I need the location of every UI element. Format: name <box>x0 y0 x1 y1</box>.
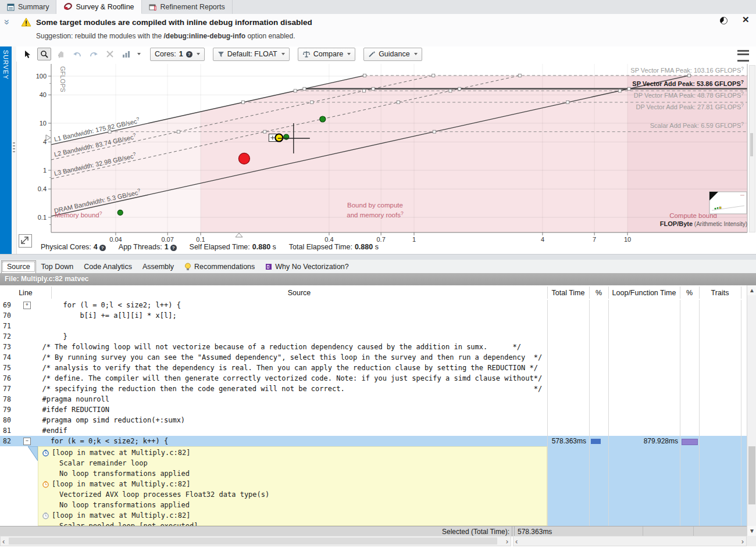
compute-roof-label: SP Vector Add Peak: 53.86 GFLOPS? <box>632 79 744 87</box>
scroll-left-icon2[interactable]: ‹ <box>515 537 518 546</box>
roof-intersection-marker <box>242 101 245 104</box>
roofline-footer: Physical Cores:4? App Threads:1? Self El… <box>41 242 379 252</box>
tab-source[interactable]: Source <box>1 260 36 273</box>
tab-refinement-reports[interactable]: Refinement Reports <box>142 0 233 14</box>
scroll-right-icon[interactable]: › <box>506 537 508 546</box>
y-tick-label: 0.4 <box>38 185 47 192</box>
cores-dropdown[interactable]: Cores:1? <box>150 48 205 61</box>
col-header-loop-pct[interactable]: % <box>680 285 699 300</box>
y-tick-label: 40 <box>40 91 47 98</box>
roofline-loop-point[interactable] <box>320 116 326 122</box>
export-chart-icon[interactable] <box>120 48 133 60</box>
compare-dropdown[interactable]: Compare <box>298 48 355 61</box>
zoom-tool-icon[interactable] <box>37 48 51 60</box>
roof-intersection-marker <box>566 101 569 104</box>
export-dropdown-caret[interactable] <box>137 53 141 55</box>
scroll-up-icon[interactable]: ▲ <box>747 285 756 295</box>
select-cursor-icon[interactable] <box>21 48 34 60</box>
total-elapsed-time: Total Elapsed Time:0.880 s <box>289 243 379 251</box>
close-icon[interactable]: ✕ <box>742 15 750 25</box>
source-row[interactable]: 77 /* specifying the reduction then the … <box>0 384 747 394</box>
roofline-loop-point[interactable] <box>117 210 123 215</box>
code-text: } <box>34 332 545 341</box>
chart-menu-icon[interactable] <box>737 50 749 62</box>
tab-survey-roofline[interactable]: Survey & Roofline <box>56 0 141 14</box>
app-threads-help-icon[interactable]: ? <box>170 245 177 251</box>
annotation-header: [loop in matvec at Multiply.c:82] <box>42 510 190 521</box>
tab-top-down[interactable]: Top Down <box>36 261 79 273</box>
source-code-pane[interactable]: 69+ for (l = 0;l < size2; l++) {70 b[i] … <box>0 300 747 526</box>
expand-toggle[interactable]: − <box>23 438 31 445</box>
tab-code-analytics[interactable]: Code Analytics <box>79 261 137 273</box>
source-row[interactable]: 75 /* analysis to verify that the depend… <box>0 363 747 373</box>
warning-icon <box>21 17 31 27</box>
scroll-down-icon[interactable]: ▼ <box>747 526 756 536</box>
source-row[interactable]: 82− for (k = 0;k < size2; k++) {578.363m… <box>0 436 747 446</box>
roofline-loop-point[interactable] <box>238 153 249 164</box>
col-header-line[interactable]: Line <box>0 285 51 300</box>
status-total-time: 578.363ms <box>518 528 552 536</box>
code-text: /* The following loop will not vectorize… <box>34 343 545 351</box>
col-header-source[interactable]: Source <box>51 285 547 300</box>
source-row[interactable]: 69+ for (l = 0;l < size2; l++) { <box>0 300 747 310</box>
cores-value: 1 <box>179 50 183 58</box>
scroll-left-icon[interactable]: ‹ <box>2 537 5 546</box>
code-text: for (l = 0;l < size2; l++) { <box>34 301 545 309</box>
splitter-grip-icon[interactable] <box>13 142 15 144</box>
bound-by-compute-label: Bound by compute <box>347 202 403 209</box>
tab-assembly[interactable]: Assembly <box>137 261 179 273</box>
tab-summary[interactable]: Summary <box>0 0 56 14</box>
compute-roof-label: DP Vector FMA Peak: 48.78 GFLOPS? <box>634 91 744 99</box>
roof-intersection-marker <box>362 89 365 92</box>
tab-survey-label: Survey & Roofline <box>76 3 134 11</box>
feedback-icon[interactable] <box>719 16 728 25</box>
source-row[interactable]: 80 #pragma omp simd reduction(+:sumx) <box>0 415 747 425</box>
roof-intersection-marker <box>449 89 452 92</box>
source-scroll-thumb[interactable] <box>748 446 755 504</box>
source-v-scrollbar[interactable]: ▲ ▼ <box>747 285 756 536</box>
expand-chart-icon[interactable] <box>19 234 32 248</box>
cores-help-icon[interactable]: ? <box>186 51 192 58</box>
col-header-traits[interactable]: Traits <box>699 285 741 300</box>
filter-dropdown[interactable]: Default: FLOAT <box>213 48 290 61</box>
pan-hand-icon[interactable] <box>55 48 67 60</box>
roofline-chart[interactable]: L1 Bandwidth: 175.82 GB/sec?L2 Bandwidth… <box>16 63 756 244</box>
expand-toggle[interactable]: + <box>23 302 31 309</box>
source-row[interactable]: 81 #endif <box>0 425 747 436</box>
physical-cores-help-icon[interactable]: ? <box>99 245 106 251</box>
chart-vertical-scrollbar[interactable] <box>749 65 755 232</box>
line-number: 71 <box>3 322 11 330</box>
roof-intersection-marker <box>372 87 375 90</box>
chart-scroll-thumb[interactable] <box>750 133 753 156</box>
source-h-scrollbar[interactable]: ‹ › <box>0 536 511 546</box>
source-row[interactable]: 79 #ifdef REDUCTION <box>0 404 747 415</box>
undo-icon[interactable] <box>71 48 84 60</box>
redo-icon[interactable] <box>87 48 100 60</box>
source-row[interactable]: 73 /* The following loop will not vector… <box>0 342 747 352</box>
code-text: #ifdef REDUCTION <box>34 406 545 414</box>
source-row[interactable]: 78 #pragma nounroll <box>0 394 747 404</box>
loop-time-value: 879.928ms <box>611 437 678 445</box>
col-header-loop-time[interactable]: Loop/Function Time <box>608 285 680 300</box>
survey-side-strip: SURVEY <box>0 46 12 254</box>
survey-roofline-icon <box>63 3 72 10</box>
columns-h-scrollbar[interactable]: ‹ › <box>513 536 747 546</box>
banner-title: Some target modules are compiled with in… <box>36 18 312 27</box>
tab-recommendations[interactable]: Recommendations <box>179 261 260 273</box>
collapse-chevron-icon[interactable]: » <box>1 19 13 23</box>
col-header-total-time[interactable]: Total Time <box>547 285 589 300</box>
roofline-loop-point[interactable] <box>284 134 289 139</box>
cancel-icon[interactable] <box>104 48 116 60</box>
source-row[interactable]: 72 } <box>0 331 747 342</box>
col-header-total-pct[interactable]: % <box>589 285 608 300</box>
source-row[interactable]: 70 b[i] += a[l][i] * x[l]; <box>0 310 747 321</box>
source-row[interactable]: 74 /* By running survey you can see the … <box>0 352 747 363</box>
source-row[interactable]: 76 /* define. The compiler will then gen… <box>0 373 747 384</box>
selected-loop-point[interactable] <box>275 134 283 142</box>
guidance-dropdown[interactable]: Guidance <box>363 48 422 61</box>
scroll-right-icon2[interactable]: › <box>741 537 744 546</box>
tab-why-no-vectorization[interactable]: Why No Vectorization? <box>260 261 354 273</box>
chart-minimap[interactable] <box>709 192 747 214</box>
source-row[interactable]: 71 <box>0 321 747 331</box>
total-time-bar <box>591 439 601 444</box>
